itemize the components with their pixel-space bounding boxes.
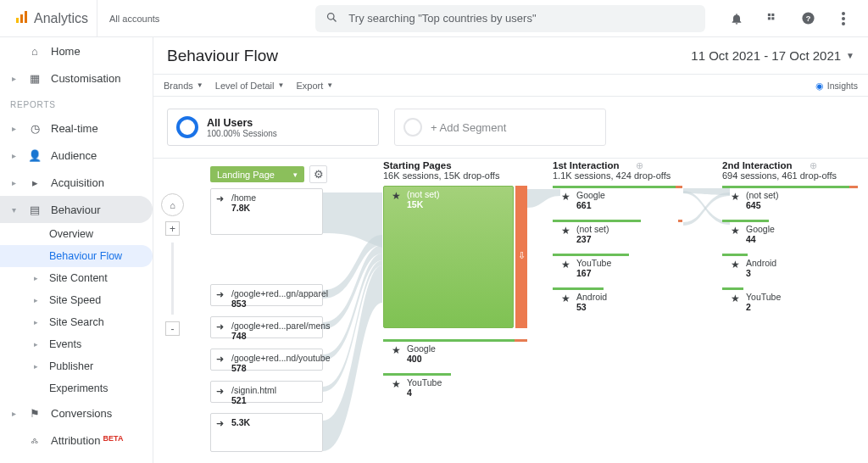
flow-bar (722, 254, 748, 256)
flow-bar (722, 220, 769, 222)
first-node[interactable]: Android 53 (558, 292, 607, 312)
landing-node[interactable]: /google+red...nd/youtube 578 (210, 349, 323, 371)
insights-button[interactable]: ◉ Insights (815, 81, 858, 91)
first-node[interactable]: YouTube 167 (558, 258, 611, 278)
brand-block[interactable]: Analytics (7, 0, 97, 36)
col-header-second: 2nd Interaction 694 sessions, 461 drop-o… (722, 160, 837, 181)
second-node[interactable]: Android 3 (727, 258, 776, 278)
nav-audience[interactable]: ▸👤 Audience (0, 142, 153, 169)
node-label: Android (746, 258, 776, 268)
title-bar: Behaviour Flow 11 Oct 2021 - 17 Oct 2021… (153, 37, 868, 75)
nav-sub-overview[interactable]: Overview (0, 223, 153, 245)
person-icon: 👤 (27, 149, 42, 162)
start-node[interactable]: Google 400 (388, 343, 436, 364)
nav-discover[interactable]: ◌ Discover (0, 454, 153, 463)
accounts-selector[interactable]: All accounts (97, 14, 171, 24)
svg-line-4 (333, 19, 336, 21)
search-bar[interactable]: Try searching "Top countries by users" (315, 5, 705, 32)
flag-icon: ⚑ (27, 407, 42, 420)
apps-grid-icon[interactable] (763, 9, 782, 28)
start-node[interactable]: YouTube 4 (388, 377, 442, 398)
nav-home[interactable]: ⌂ Home (0, 37, 153, 64)
node-value: 44 (746, 234, 775, 244)
nav-sub-site-speed[interactable]: ▸Site Speed (0, 289, 153, 311)
node-value: 521 (231, 395, 317, 405)
first-node[interactable]: Google 661 (558, 190, 605, 210)
zoom-slider[interactable] (171, 243, 174, 315)
nav-sub-behaviour-flow[interactable]: Behaviour Flow (0, 245, 153, 267)
node-label: YouTube (576, 258, 611, 268)
segment-all-users[interactable]: All Users 100.00% Sessions (167, 109, 379, 146)
flow-settings-button[interactable]: ⚙ (309, 165, 327, 183)
landing-page-dropdown[interactable]: Landing Page (210, 166, 304, 182)
node-label: /google+red...parel/mens (231, 321, 317, 331)
node-label: /signin.html (231, 385, 317, 395)
landing-node[interactable]: 5.3K (210, 413, 323, 452)
flow-bar (678, 220, 682, 222)
flow-bar (553, 254, 629, 256)
nav-sub-label: Overview (49, 228, 93, 240)
node-label: /home (231, 192, 317, 203)
nav-realtime[interactable]: ▸◷ Real-time (0, 114, 153, 142)
col-sub: 1.1K sessions, 424 drop-offs (553, 170, 670, 181)
chevron-down-icon: ▼ (846, 51, 854, 60)
landing-node[interactable]: /google+red...parel/mens 748 (210, 316, 323, 338)
bell-icon[interactable] (727, 9, 746, 28)
more-icon[interactable]: ⊕ (810, 160, 817, 171)
nav-sub-label: Site Content (49, 272, 108, 284)
node-value: 237 (576, 234, 609, 244)
analytics-logo-icon (15, 10, 29, 26)
header-right: ? (727, 9, 861, 28)
segment-add[interactable]: + Add Segment (394, 109, 606, 146)
zoom-in-button[interactable]: + (165, 221, 180, 236)
node-label: /google+red...nd/youtube (231, 353, 317, 363)
nav-attribution[interactable]: ஃ AttributionBETA (0, 427, 153, 454)
node-value: 167 (576, 268, 611, 278)
landing-node[interactable]: /signin.html 521 (210, 381, 323, 403)
node-value: 645 (746, 200, 779, 210)
svg-rect-1 (20, 14, 23, 23)
flow-home-button[interactable]: ⌂ (161, 193, 184, 216)
help-icon[interactable]: ? (798, 9, 817, 28)
nav-label-attribution: Attribution (51, 434, 101, 447)
start-node[interactable]: (not set) 15K (388, 189, 440, 209)
nav-behaviour[interactable]: ▾▤ Behaviour (0, 196, 153, 223)
toolbar-label: Export (296, 81, 323, 91)
nav-acquisition[interactable]: ▸▸ Acquisition (0, 169, 153, 196)
main-area: Behaviour Flow 11 Oct 2021 - 17 Oct 2021… (153, 37, 868, 463)
zoom-out-button[interactable]: - (165, 321, 180, 336)
second-node[interactable]: YouTube 2 (727, 292, 781, 312)
nav-sub-events[interactable]: ▸Events (0, 333, 153, 355)
date-range-picker[interactable]: 11 Oct 2021 - 17 Oct 2021 ▼ (691, 48, 854, 63)
node-label: (not set) (576, 224, 609, 234)
nav-label-audience: Audience (51, 149, 97, 162)
second-node[interactable]: Google 44 (727, 224, 775, 244)
landing-node[interactable]: /google+red...gn/apparel 853 (210, 284, 323, 306)
more-icon[interactable]: ⊕ (636, 160, 643, 171)
kebab-icon[interactable] (834, 9, 853, 28)
nav-sub-experiments[interactable]: Experiments (0, 377, 153, 399)
segment-ring-icon (176, 116, 198, 138)
nav-conversions[interactable]: ▸⚑ Conversions (0, 399, 153, 427)
flow-bar (383, 339, 515, 342)
svg-text:?: ? (805, 14, 810, 23)
nav-sub-site-search[interactable]: ▸Site Search (0, 311, 153, 333)
segment-ring-icon (403, 118, 422, 137)
nav-sub-publisher[interactable]: ▸Publisher (0, 355, 153, 377)
node-value: 5.3K (231, 417, 317, 427)
nav-label-conversions: Conversions (51, 407, 112, 420)
nav-customisation[interactable]: ▸▦ Customisation (0, 64, 153, 92)
toolbar-lod[interactable]: Level of Detail▼ (215, 81, 285, 91)
second-node[interactable]: (not set) 645 (727, 190, 779, 210)
flow-bar (722, 186, 849, 188)
toolbar-brands[interactable]: Brands▼ (164, 81, 203, 91)
toolbar-export[interactable]: Export▼ (296, 81, 333, 91)
landing-node[interactable]: /home 7.8K (210, 188, 323, 235)
nav-sub-label: Behaviour Flow (49, 250, 122, 262)
nav-sub-site-content[interactable]: ▸Site Content (0, 267, 153, 289)
col-sub: 694 sessions, 461 drop-offs (722, 170, 837, 181)
toolbar-label: Level of Detail (215, 81, 275, 91)
behaviour-flow-chart[interactable]: Landing Page ⚙ ⌂ + - Starting Pages 16K … (153, 158, 868, 463)
first-node[interactable]: (not set) 237 (558, 224, 609, 244)
node-value: 853 (231, 298, 317, 309)
